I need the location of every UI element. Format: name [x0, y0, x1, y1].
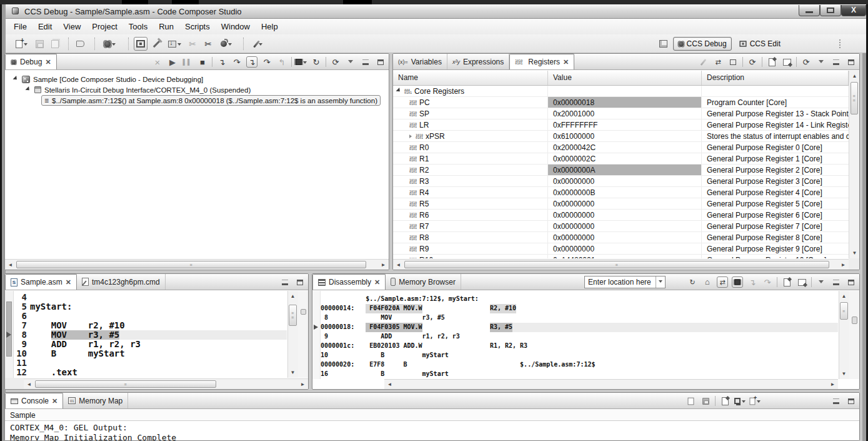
register-row[interactable]: 10100101R90x00000000General Purpose Regi…: [393, 243, 849, 255]
close-tab-icon[interactable]: ✕: [563, 58, 569, 66]
restart-button[interactable]: ↻: [311, 56, 322, 68]
perspective-ccs-edit[interactable]: CCS Edit: [734, 37, 785, 51]
disassembly-line[interactable]: 9 ADD r1, r2, r3: [321, 332, 838, 342]
refresh-disasm-button[interactable]: ↻: [687, 276, 698, 288]
menu-scripts[interactable]: Scripts: [179, 20, 216, 33]
menu-tools[interactable]: Tools: [123, 20, 153, 33]
close-tab-icon[interactable]: ✕: [45, 58, 51, 66]
code-line[interactable]: 4: [14, 293, 287, 302]
tab-expressions[interactable]: x²y Expressions: [447, 54, 509, 69]
step-return-button[interactable]: ↰: [276, 56, 287, 68]
maximize-button[interactable]: [820, 5, 841, 16]
register-row[interactable]: 10100101R80x00000000General Purpose Regi…: [393, 232, 849, 243]
close-tab-icon[interactable]: ✕: [374, 278, 380, 286]
suspend-button[interactable]: ▌▌: [182, 56, 193, 68]
tree-item-project[interactable]: Sample [Code Composer Studio - Device De…: [5, 74, 389, 84]
combo-dropdown-icon[interactable]: [656, 276, 665, 288]
code-line[interactable]: 9 ADD r1, r2, r3: [14, 340, 287, 349]
registers-hscrollbar[interactable]: ◄ ≡ ►: [393, 259, 849, 270]
menu-run[interactable]: Run: [153, 20, 179, 33]
perspective-ccs-debug[interactable]: CCS Debug: [673, 37, 732, 51]
minimize-view-button[interactable]: [831, 276, 842, 288]
view-menu-button[interactable]: [345, 56, 356, 68]
open-console-button[interactable]: [749, 395, 761, 407]
register-row[interactable]: 10100101R50x00000000General Purpose Regi…: [393, 198, 849, 210]
scroll-up-icon[interactable]: ▲: [839, 291, 849, 301]
menu-view[interactable]: View: [57, 20, 86, 33]
terminate-disconnect-button[interactable]: ✂: [201, 37, 215, 51]
tree-item-frame[interactable]: ≡ $../Sample.asm:7:12$() at Sample.asm:8…: [5, 95, 389, 106]
disassembly-line[interactable]: 8 MOV r3, #5: [321, 313, 838, 323]
refresh-button[interactable]: ⟳: [330, 56, 341, 68]
maximize-view-button[interactable]: [294, 276, 306, 288]
bookmark-button[interactable]: [73, 37, 87, 51]
register-row[interactable]: 10100101R60x00000000General Purpose Regi…: [393, 210, 849, 221]
disassembly-line[interactable]: 16 B myStart: [321, 370, 838, 379]
scroll-up-icon[interactable]: ▲: [850, 71, 859, 81]
editor-vscrollbar[interactable]: ▲ ≡≡ ▼: [287, 291, 298, 378]
register-row[interactable]: 10100101SP0x20001000General Purpose Regi…: [393, 108, 849, 119]
clear-console-button[interactable]: [685, 395, 696, 407]
assembly-step-over-button[interactable]: ↷: [261, 56, 272, 68]
layout-button[interactable]: ⟳: [747, 56, 758, 68]
scroll-down-icon[interactable]: ▼: [288, 368, 297, 377]
close-tab-icon[interactable]: ✕: [66, 278, 71, 286]
collapse-icon[interactable]: [25, 86, 32, 93]
register-row[interactable]: 10100101R70x00000000General Purpose Regi…: [393, 221, 849, 232]
disassembly-line[interactable]: 00000014: F04F020A MOV.W R2, #10: [321, 304, 838, 313]
scroll-right-icon[interactable]: ►: [839, 260, 848, 270]
disassembly-line[interactable]: 00000020: E7F8 B $../Sample.asm:7:12$: [321, 360, 838, 370]
open-perspective-button[interactable]: [657, 37, 671, 51]
collapse-icon[interactable]: [396, 87, 403, 94]
scroll-lock-button[interactable]: [700, 395, 711, 407]
scroll-right-icon[interactable]: ►: [298, 380, 307, 389]
column-description[interactable]: Description: [702, 71, 849, 85]
menu-project[interactable]: Project: [86, 20, 122, 33]
tab-sample-asm[interactable]: S Sample.asm✕: [5, 274, 77, 290]
tab-disassembly[interactable]: Disassembly✕: [312, 274, 386, 290]
disassembly-line[interactable]: 0000001c: EB020103 ADD.W R1, R2, R3: [321, 342, 838, 351]
code-line[interactable]: 5myStart:: [14, 302, 287, 312]
load-program-button[interactable]: [165, 37, 184, 51]
step-over-button[interactable]: ↷: [762, 276, 773, 288]
scroll-right-icon[interactable]: ►: [828, 380, 837, 389]
link-view-button[interactable]: [781, 56, 792, 68]
overview-marker[interactable]: [301, 309, 306, 315]
scroll-up-icon[interactable]: ▲: [288, 291, 297, 301]
show-source-button[interactable]: [732, 276, 743, 288]
home-button[interactable]: ⌂: [702, 276, 713, 288]
scroll-down-icon[interactable]: ▼: [839, 369, 849, 378]
register-row[interactable]: 10100101xPSR0x61000000Stores the status …: [393, 131, 849, 142]
pin-view-button[interactable]: [766, 56, 777, 68]
editor-hscrollbar[interactable]: ◄ ≡ ►: [24, 378, 308, 389]
terminate-button[interactable]: ■: [197, 56, 208, 68]
disassembly-hscrollbar[interactable]: ◄ ►: [384, 379, 838, 389]
registers-vscrollbar[interactable]: ▲ ≡≡ ▼: [849, 71, 859, 258]
tab-memory-map[interactable]: 01 Memory Map: [63, 393, 128, 408]
collapse-icon[interactable]: [12, 75, 20, 83]
resume-button[interactable]: ▶: [167, 56, 178, 68]
tab-memory-browser[interactable]: Memory Browser: [386, 274, 461, 290]
menu-help[interactable]: Help: [256, 20, 284, 33]
save-all-button[interactable]: [48, 37, 62, 51]
close-button[interactable]: X: [841, 5, 866, 16]
show-details-button[interactable]: ⇄: [712, 56, 724, 68]
disassembly-vscrollbar[interactable]: ▲ ≡ ▼: [839, 291, 849, 379]
overview-marker[interactable]: [852, 317, 857, 324]
disassembly-line[interactable]: $../Sample.asm:7:12$, myStart:: [321, 295, 838, 304]
minimize-view-button[interactable]: [360, 56, 371, 68]
display-console-button[interactable]: [734, 395, 746, 407]
column-name[interactable]: Name: [393, 71, 548, 85]
pin-view-button[interactable]: [781, 276, 792, 288]
assembly-step-into-button[interactable]: ↴: [246, 56, 257, 68]
step-into-button[interactable]: ↴: [216, 56, 227, 68]
column-value[interactable]: Value: [548, 71, 702, 85]
scroll-down-icon[interactable]: ▼: [850, 248, 859, 258]
core-menu-button[interactable]: [296, 56, 307, 68]
maximize-view-button[interactable]: [846, 56, 857, 68]
tab-debug[interactable]: Debug✕: [5, 54, 57, 69]
maximize-view-button[interactable]: [846, 395, 857, 407]
probe-button[interactable]: [249, 37, 268, 51]
debug-hscrollbar[interactable]: ◄ ≡ ►: [5, 259, 389, 270]
menu-file[interactable]: File: [8, 20, 32, 33]
